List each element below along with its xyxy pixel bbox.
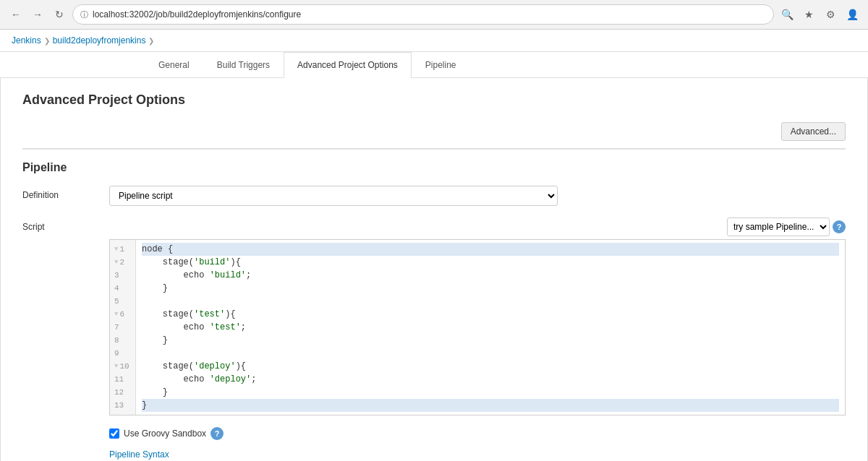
line-number: ▼6 [110,308,135,321]
line-number: 3 [110,269,135,282]
code-line: } [142,399,839,412]
line-number: 12 [110,386,135,399]
profile-button[interactable]: 👤 [843,6,861,23]
extensions-button[interactable]: ⚙ [822,6,839,23]
tab-advanced-project-options[interactable]: Advanced Project Options [284,52,412,78]
address-bar[interactable]: ⓘ localhost:32002/job/build2deployfromje… [72,4,774,25]
fold-arrow: ▼ [114,256,118,269]
line-number: 7 [110,321,135,334]
code-line [142,347,839,360]
tab-pipeline[interactable]: Pipeline [412,52,470,77]
pipeline-section: Pipeline Definition Pipeline script Scri… [22,148,846,460]
code-line: } [142,386,839,399]
definition-row: Definition Pipeline script [22,186,846,206]
groovy-label: Use Groovy Sandbox [124,428,206,439]
code-line: stage('build'){ [142,256,839,269]
line-number: 5 [110,295,135,308]
back-button[interactable]: ← [7,6,25,23]
line-number: ▼10 [110,360,135,373]
main-container: General Build Triggers Advanced Project … [0,52,868,461]
bookmark-button[interactable]: ★ [800,6,817,23]
line-number: 11 [110,373,135,386]
fold-arrow: ▼ [114,243,118,256]
breadcrumb-sep1: ❯ [44,37,50,45]
groovy-row: Use Groovy Sandbox ? [22,427,846,440]
script-label: Script [22,217,109,232]
line-number: 9 [110,347,135,360]
pipeline-syntax-link[interactable]: Pipeline Syntax [109,449,169,460]
tab-build-triggers[interactable]: Build Triggers [203,52,284,77]
code-line: stage('deploy'){ [142,360,839,373]
code-content: node { stage('build'){ echo 'build'; } s… [136,240,845,415]
breadcrumb-project[interactable]: build2deployfromjenkins [53,35,146,46]
code-line: echo 'deploy'; [142,373,839,386]
search-button[interactable]: 🔍 [778,6,796,23]
script-toolbar: try sample Pipeline... ? [109,217,846,236]
lock-icon: ⓘ [80,9,88,20]
script-help-icon[interactable]: ? [833,220,846,233]
line-number: 4 [110,282,135,295]
code-line: node { [142,243,839,256]
forward-button[interactable]: → [29,6,46,23]
fold-arrow: ▼ [114,308,118,321]
url-text: localhost:32002/job/build2deployfromjenk… [93,9,301,20]
groovy-sandbox-checkbox[interactable] [109,428,119,439]
breadcrumb: Jenkins ❯ build2deployfromjenkins ❯ [0,30,868,52]
code-line: echo 'test'; [142,321,839,334]
code-line: echo 'build'; [142,269,839,282]
code-line: stage('test'){ [142,308,839,321]
groovy-help-icon[interactable]: ? [210,427,224,440]
script-content: try sample Pipeline... ? ▼1▼2345▼6789▼10… [109,217,846,415]
definition-label: Definition [22,186,109,200]
code-line [142,295,839,308]
pipeline-section-title: Pipeline [22,161,846,174]
code-editor[interactable]: ▼1▼2345▼6789▼10111213 node { stage('buil… [109,239,846,415]
line-number: 13 [110,399,135,412]
browser-toolbar: ← → ↻ ⓘ localhost:32002/job/build2deploy… [0,0,868,29]
line-number: ▼2 [110,256,135,269]
pipeline-syntax-row: Pipeline Syntax [22,449,846,460]
definition-select[interactable]: Pipeline script [109,186,558,206]
tab-bar: General Build Triggers Advanced Project … [0,52,868,78]
breadcrumb-sep2: ❯ [148,37,154,45]
page-title: Advanced Project Options [22,92,846,108]
reload-button[interactable]: ↻ [51,6,68,23]
breadcrumb-home[interactable]: Jenkins [12,35,41,46]
content-area: Advanced Project Options Advanced... Pip… [0,78,868,461]
code-line: } [142,282,839,295]
line-number: 8 [110,334,135,347]
line-number: ▼1 [110,243,135,256]
line-numbers: ▼1▼2345▼6789▼10111213 [110,240,136,415]
code-line: } [142,334,839,347]
script-row: Script try sample Pipeline... ? ▼1▼2345▼… [22,217,846,415]
try-sample-select[interactable]: try sample Pipeline... [727,217,830,236]
advanced-btn-row: Advanced... [22,122,846,141]
advanced-button[interactable]: Advanced... [781,122,846,141]
tab-general[interactable]: General [145,52,203,77]
fold-arrow: ▼ [114,360,118,373]
